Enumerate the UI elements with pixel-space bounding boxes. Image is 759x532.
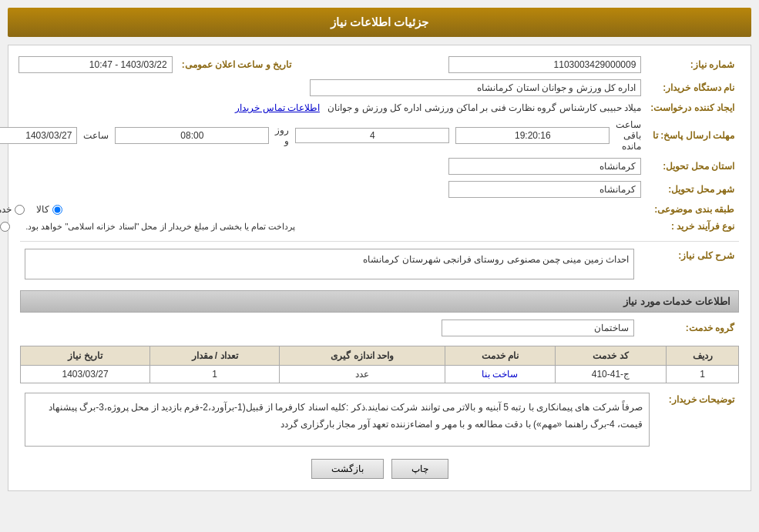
شرح-کلی-value: احداث زمین مینی چمن مصنوعی روستای فرانجی…: [25, 249, 634, 279]
main-content: شماره نیاز: 1103003429000009 تاریخ و ساع…: [8, 45, 751, 491]
شرح-کلی-label: شرح کلی نیاز:: [639, 246, 739, 283]
page-header: جزئیات اطلاعات نیاز: [8, 8, 751, 37]
گروه-خدمت-value: ساختمان: [442, 320, 634, 336]
استان-محل-تحویل-label: استان محل تحویل:: [646, 155, 739, 178]
تاریخ-اعلان-label: تاریخ و ساعت اعلان عمومی:: [177, 53, 296, 76]
نوع-فرآیند-label: نوع فرآیند خرید :: [646, 218, 739, 235]
cell-کد-خدمت: ج-41-410: [555, 366, 667, 383]
col-واحد: واحد اندازه گیری: [279, 346, 445, 366]
ایجاد-کننده-value: میلاد حبیبی کارشناس گروه نظارت فنی بر ام…: [327, 102, 641, 113]
شماره-نیاز-value: 1103003429000009: [448, 56, 641, 73]
cell-ردیف: 1: [667, 366, 739, 383]
ساعت-باقیمانده-label: ساعت باقی مانده: [616, 119, 641, 152]
radio-جزئی-input[interactable]: [0, 222, 10, 232]
page-title: جزئیات اطلاعات نیاز: [331, 15, 428, 28]
radio-کالا-input[interactable]: [52, 205, 62, 215]
buttons-row: چاپ بازگشت: [20, 459, 739, 479]
ایجاد-کننده-label: ایجاد کننده درخواست:: [646, 99, 739, 116]
شماره-نیاز-label: شماره نیاز:: [646, 53, 739, 76]
page-container: جزئیات اطلاعات نیاز شماره نیاز: 11030034…: [0, 0, 759, 499]
col-تعداد: تعداد / مقدار: [150, 346, 280, 366]
radio-group-طبقه: کالا/خدمت خدمت کالا: [0, 204, 641, 215]
نام-دستگاه-label: نام دستگاه خریدار:: [646, 76, 739, 99]
services-table: ردیف کد خدمت نام خدمت واحد اندازه گیری ت…: [20, 346, 739, 383]
col-کد-خدمت: کد خدمت: [555, 346, 667, 366]
مهلت-ارسال-label: مهلت ارسال پاسخ: تا: [646, 116, 739, 155]
اطلاعات-خدمات-header: اطلاعات خدمات مورد نیاز: [20, 290, 739, 313]
separator-1: [20, 241, 739, 242]
شهر-محل-تحویل-label: شهر محل تحویل:: [646, 178, 739, 201]
تاریخ-اعلان-value: 1403/03/22 - 10:47: [18, 56, 173, 73]
info-table-گروه-خدمت: گروه خدمت: ساختمان: [20, 316, 739, 340]
توضیحات-value: صرفاً شرکت های پیمانکاری با رتبه 5 آبنیه…: [25, 393, 650, 447]
نام-دستگاه-value: اداره کل ورزش و جوانان استان کرمانشاه: [310, 79, 641, 96]
استان-محل-تحویل-value: کرمانشاه: [448, 158, 641, 175]
گروه-خدمت-label: گروه خدمت:: [639, 316, 739, 340]
تماس-خریدار-link[interactable]: اطلاعات تماس خریدار: [235, 102, 320, 113]
radio-group-فرآیند: متوسط جزئی: [0, 221, 10, 232]
ساعت-label: ساعت: [83, 130, 109, 141]
چاپ-button[interactable]: چاپ: [391, 459, 448, 479]
نوع-فرآیند-note: پرداخت تمام یا بخشی از مبلغ خریدار از مح…: [25, 222, 295, 232]
cell-نام-خدمت[interactable]: ساخت بنا: [445, 366, 555, 383]
col-نام-خدمت: نام خدمت: [445, 346, 555, 366]
radio-خدمت: خدمت: [0, 204, 25, 215]
info-table-1: شماره نیاز: 1103003429000009 تاریخ و ساع…: [0, 53, 739, 235]
radio-کالا-label: کالا: [36, 204, 49, 215]
توضیحات-label: توضیحات خریدار:: [654, 390, 739, 450]
روز-و-label: روز و: [275, 125, 289, 146]
radio-خدمت-input[interactable]: [15, 205, 25, 215]
روز-value: 4: [295, 128, 449, 143]
col-تاریخ: تاریخ نیاز: [21, 346, 150, 366]
تاریخ-مهلت-value: 1403/03/27: [0, 127, 77, 144]
info-table-توضیحات: توضیحات خریدار: صرفاً شرکت های پیمانکاری…: [20, 390, 739, 450]
ساعت-value: 08:00: [115, 127, 269, 144]
cell-واحد: عدد: [279, 366, 445, 383]
شهر-محل-تحویل-value: کرمانشاه: [448, 181, 641, 198]
radio-جزئی: جزئی: [0, 221, 10, 232]
طبقه-بندی-label: طبقه بندی موضوعی:: [646, 201, 739, 218]
ساعت-باقیمانده: 19:20:16: [455, 127, 610, 144]
cell-تاریخ-نیاز: 1403/03/27: [21, 366, 150, 383]
table-row: 1 ج-41-410 ساخت بنا عدد 1 1403/03/27: [21, 366, 739, 383]
col-ردیف: ردیف: [667, 346, 739, 366]
radio-کالا: کالا: [36, 204, 62, 215]
radio-خدمت-label: خدمت: [0, 204, 12, 215]
cell-تعداد: 1: [150, 366, 280, 383]
info-table-شرح: شرح کلی نیاز: احداث زمین مینی چمن مصنوعی…: [20, 246, 739, 283]
بازگشت-button[interactable]: بازگشت: [311, 459, 384, 479]
